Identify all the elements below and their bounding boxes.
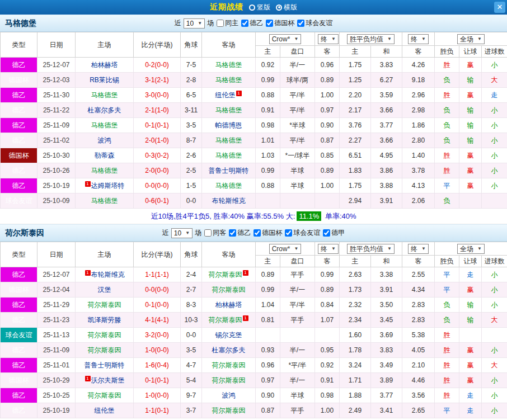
filter-德乙[interactable]: 德乙	[229, 228, 251, 238]
filter-德甲[interactable]: 德甲	[323, 228, 345, 238]
filter-checkbox[interactable]	[217, 20, 224, 27]
avg-draw-cell: 3.91	[371, 282, 402, 298]
avg-draw-cell: 3.41	[371, 403, 402, 418]
result-handicap-cell: 输	[459, 103, 482, 118]
final-odds-select[interactable]: 终 ▼	[318, 34, 339, 44]
tracked-team-link[interactable]: 马格德堡	[215, 152, 242, 159]
filter-checkbox[interactable]	[204, 229, 212, 237]
match-row: 德国杯25-12-04汉堡0-0(0-0)2-7荷尔斯泰因0.99半/一0.89…	[1, 282, 507, 298]
avg-home-cell: 1.83	[340, 163, 371, 178]
red-card-badge: 1	[236, 91, 242, 96]
final-odds-select-value: 终	[321, 35, 327, 43]
result-handicap-cell: 赢	[459, 163, 482, 178]
team-link[interactable]: 布轮斯维克	[91, 271, 125, 279]
team-link[interactable]: 凯泽斯劳滕	[88, 316, 121, 324]
team-name: 马格德堡	[5, 18, 36, 29]
avg-select-cell: 胜平负均值 ▼	[340, 32, 402, 46]
tracked-team-link[interactable]: 荷尔斯泰因	[212, 376, 246, 384]
filter-checkbox[interactable]	[323, 229, 330, 237]
team-link[interactable]: 杜塞尔多夫	[88, 106, 121, 114]
team-link[interactable]: 锡尔克堡	[215, 331, 242, 339]
team-link[interactable]: 柏林赫塔	[215, 301, 242, 309]
tracked-team-link[interactable]: 荷尔斯泰因	[212, 407, 246, 414]
filter-德乙[interactable]: 德乙	[241, 18, 263, 28]
fulltime-select[interactable]: 全场 ▼	[457, 34, 485, 44]
team-link[interactable]: 杜塞尔多夫	[212, 346, 246, 354]
tracked-team-link[interactable]: 荷尔斯泰因	[88, 346, 121, 354]
tracked-team-link[interactable]: 马格德堡	[91, 121, 118, 129]
tracked-team-link[interactable]: 马格德堡	[215, 182, 242, 190]
filter-checkbox[interactable]	[254, 229, 261, 237]
odds-home-cell: 0.88	[256, 88, 280, 103]
tracked-team-link[interactable]: 马格德堡	[215, 106, 242, 114]
tracked-team-link[interactable]: 马格德堡	[91, 197, 118, 205]
tracked-team-link[interactable]: 荷尔斯泰因	[212, 361, 246, 369]
team-link[interactable]: 帕德博恩	[215, 121, 242, 129]
radio-vertical-layout[interactable]: 竖版	[249, 3, 270, 12]
chevron-down-icon: ▼	[421, 245, 426, 253]
match-row: 球会友谊25-11-13荷尔斯泰因3-2(0-0)0-0锡尔克堡1.603.69…	[1, 328, 507, 343]
result-handicap-cell: 走	[459, 388, 482, 403]
team-link[interactable]: 波鸿	[222, 391, 236, 399]
wdl-average-select[interactable]: 胜平负均值 ▼	[347, 244, 395, 254]
tracked-team-link[interactable]: 荷尔斯泰因	[209, 316, 242, 324]
wdl-average-select[interactable]: 胜平负均值 ▼	[347, 34, 395, 44]
result-handicap-cell: 赢	[459, 88, 482, 103]
result-goals-cell: 小	[482, 343, 507, 358]
tracked-team-link[interactable]: 马格德堡	[215, 136, 242, 144]
match-count-value: 10	[174, 229, 181, 237]
filter-球会友谊[interactable]: 球会友谊	[297, 18, 332, 28]
team-link[interactable]: 沃尔夫斯堡	[91, 376, 125, 384]
filter-checkbox[interactable]	[229, 229, 236, 237]
team-link[interactable]: 柏林赫塔	[91, 61, 118, 69]
score-cell: 3-1(2-1)	[134, 73, 181, 88]
team-link[interactable]: 达姆斯塔特	[91, 182, 125, 190]
tracked-team-link[interactable]: 马格德堡	[91, 91, 118, 99]
match-count-select[interactable]: 10 ▼	[184, 18, 205, 29]
tracked-team-link[interactable]: 荷尔斯泰因	[88, 331, 121, 339]
team-link[interactable]: 普鲁士明斯特	[209, 167, 249, 174]
final-avg-select[interactable]: 终 ▼	[408, 34, 429, 44]
filter-球会友谊[interactable]: 球会友谊	[285, 228, 320, 238]
close-button[interactable]: ✕	[494, 2, 505, 13]
final-avg-select-cell: 终 ▼	[402, 242, 435, 256]
team-link[interactable]: 布轮斯维克	[212, 197, 246, 205]
avg-home-cell: 2.27	[340, 133, 371, 148]
team-link[interactable]: 纽伦堡	[95, 407, 115, 414]
team-link[interactable]: 纽伦堡	[215, 91, 236, 99]
final-odds-select[interactable]: 终 ▼	[318, 244, 339, 254]
wdl-average-select-value: 胜平负均值	[350, 35, 383, 43]
final-avg-select[interactable]: 终 ▼	[408, 244, 429, 254]
team-link[interactable]: 汉堡	[98, 286, 111, 294]
result-wdl-cell: 胜	[435, 358, 459, 373]
team-link[interactable]: 勒蒂森	[95, 152, 115, 159]
tracked-team-link[interactable]: 荷尔斯泰因	[209, 271, 242, 279]
filter-德国杯[interactable]: 德国杯	[254, 228, 282, 238]
tracked-team-link[interactable]: 马格德堡	[91, 167, 118, 174]
score-cell: 0-0(0-0)	[134, 282, 181, 298]
team-link[interactable]: 普鲁士明斯特	[84, 361, 125, 369]
tracked-team-link[interactable]: 荷尔斯泰因	[212, 286, 246, 294]
team-link[interactable]: RB莱比锡	[90, 76, 119, 84]
team-link[interactable]: 波鸿	[98, 136, 111, 144]
tracked-team-link[interactable]: 马格德堡	[215, 76, 242, 84]
bookmaker-select[interactable]: Crow* ▼	[269, 34, 302, 44]
fulltime-select[interactable]: 全场 ▼	[457, 244, 485, 254]
filter-checkbox[interactable]	[241, 20, 248, 27]
filter-checkbox[interactable]	[285, 229, 292, 237]
match-count-select[interactable]: 10 ▼	[171, 228, 193, 238]
tracked-team-link[interactable]: 荷尔斯泰因	[88, 301, 121, 309]
filter-checkbox[interactable]	[297, 20, 304, 27]
radio-horizontal-layout[interactable]: 横版	[276, 3, 297, 12]
odds-away-cell: 0.90	[315, 118, 340, 133]
tracked-team-link[interactable]: 荷尔斯泰因	[88, 391, 121, 399]
final-avg-select-value: 终	[411, 35, 417, 43]
filter-同客[interactable]: 同客	[204, 228, 226, 238]
filter-checkbox[interactable]	[266, 20, 273, 27]
filter-同主[interactable]: 同主	[217, 18, 238, 28]
filter-德国杯[interactable]: 德国杯	[266, 18, 294, 28]
final-odds-select-cell: 终 ▼	[315, 32, 340, 46]
bookmaker-select[interactable]: Crow* ▼	[269, 244, 302, 254]
tracked-team-link[interactable]: 马格德堡	[215, 61, 242, 69]
result-goals-cell: 小	[482, 148, 507, 163]
